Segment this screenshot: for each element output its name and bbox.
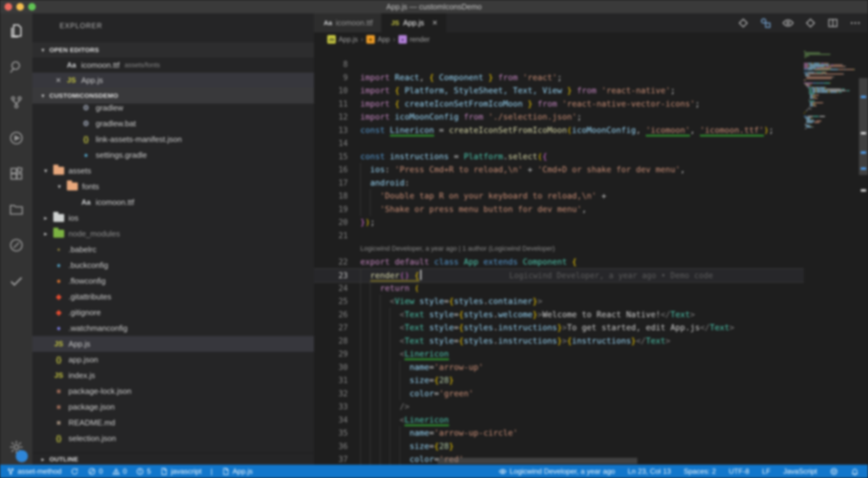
activity-source-control[interactable] bbox=[0, 87, 32, 118]
tree-item[interactable]: {}app.json bbox=[32, 352, 314, 368]
status-active-file[interactable]: App.js bbox=[222, 467, 253, 476]
code-line[interactable]: 24 return ( bbox=[314, 282, 804, 295]
tree-item[interactable]: ■package-lock.json bbox=[32, 383, 314, 399]
breadcrumb-item[interactable]: ◆App bbox=[366, 35, 390, 43]
status-language-status[interactable]: javascript bbox=[160, 467, 202, 476]
code-line[interactable]: 17 android: bbox=[314, 176, 804, 190]
code-line[interactable]: 10import { Platform, StyleSheet, Text, V… bbox=[314, 84, 804, 97]
more-actions-icon[interactable] bbox=[849, 17, 861, 29]
open-editor-item[interactable]: Aaicomoon.ttfassets/fonts bbox=[32, 58, 314, 73]
breadcrumb-item[interactable]: ●render bbox=[398, 35, 430, 43]
code-line[interactable]: 20}); bbox=[314, 216, 804, 229]
tree-item[interactable]: ▸ios bbox=[32, 210, 314, 226]
tree-item[interactable]: ▪.babelrc bbox=[32, 242, 314, 257]
open-changes-icon[interactable] bbox=[760, 17, 772, 29]
code-editor[interactable]: 89import React, { Component } from 'reac… bbox=[314, 46, 868, 465]
breadcrumb-item[interactable]: JSApp.js bbox=[327, 35, 358, 43]
activity-extensions[interactable] bbox=[0, 158, 32, 190]
tree-item[interactable]: ●settings.gradle bbox=[32, 147, 314, 163]
tree-item[interactable]: ▾assets bbox=[32, 163, 314, 179]
code-line[interactable]: 15const instructions = Platform.select({ bbox=[314, 150, 804, 163]
tree-item[interactable]: ▸node_modules bbox=[32, 226, 314, 242]
split-editor-icon[interactable] bbox=[827, 17, 839, 29]
code-line[interactable]: 11import { createIconSetFromIcoMoon } fr… bbox=[314, 97, 804, 110]
code-line[interactable]: 14 bbox=[314, 136, 804, 150]
activity-npm-explorer[interactable] bbox=[0, 229, 32, 261]
tree-item[interactable]: ⚙gradlew.bat bbox=[32, 116, 314, 131]
toggle-blame-icon[interactable] bbox=[782, 17, 794, 29]
code-line[interactable]: 32 color='green' bbox=[314, 387, 804, 400]
activity-search[interactable] bbox=[0, 51, 32, 82]
code-line[interactable]: 35 name='arrow-up-circle' bbox=[314, 426, 804, 440]
code-line[interactable]: 27 <Text style={styles.instructions}>To … bbox=[314, 321, 804, 334]
status-gitlens-blame[interactable]: Logicwind Developer, a year ago bbox=[499, 467, 615, 476]
code-line[interactable]: 28 <Text style={styles.instructions}>{in… bbox=[314, 334, 804, 348]
tree-item[interactable]: {}link-assets-manifest.json bbox=[32, 131, 314, 147]
activity-explorer[interactable] bbox=[0, 15, 32, 46]
code-line[interactable]: 18 'Double tap R on your keyboard to rel… bbox=[314, 189, 804, 202]
status-git-branch[interactable]: asset-method bbox=[7, 467, 61, 476]
status-language-mode[interactable]: JavaScript bbox=[783, 467, 817, 476]
status-sync[interactable] bbox=[70, 468, 79, 476]
close-icon[interactable]: ✕ bbox=[52, 76, 65, 85]
zoom-button[interactable] bbox=[28, 3, 36, 10]
close-icon[interactable]: ✕ bbox=[432, 19, 438, 27]
activity-project-manager[interactable] bbox=[0, 194, 32, 225]
gitlens-graph-icon[interactable] bbox=[804, 17, 816, 29]
close-button[interactable] bbox=[4, 3, 12, 10]
tab-icomoon-ttf[interactable]: Aaicomoon.ttf bbox=[314, 13, 381, 32]
status-notifications[interactable] bbox=[851, 468, 859, 476]
minimize-button[interactable] bbox=[17, 3, 24, 10]
tree-item[interactable]: JSindex.js bbox=[32, 368, 314, 383]
status-warnings[interactable]: 0 bbox=[112, 467, 127, 476]
tree-item[interactable]: ■package.json bbox=[32, 399, 314, 415]
tree-item[interactable]: ●.buckconfig bbox=[32, 257, 314, 273]
tab-app-js[interactable]: JSApp.js✕ bbox=[381, 13, 446, 32]
tree-item[interactable]: {}selection.json bbox=[32, 431, 314, 446]
gitlens-compare-icon[interactable] bbox=[737, 17, 749, 29]
activity-todo-tasks[interactable] bbox=[0, 265, 32, 297]
tree-item[interactable]: JSApp.js bbox=[32, 336, 314, 352]
open-editor-item[interactable]: ✕JSApp.js bbox=[32, 73, 314, 88]
tree-item[interactable]: ◆.gitattributes bbox=[32, 289, 314, 305]
tree-item[interactable]: ■README.md bbox=[32, 415, 314, 431]
code-line[interactable]: 25 <View style={styles.container}> bbox=[314, 294, 804, 308]
code-line[interactable]: 22export default class App extends Compo… bbox=[314, 255, 804, 268]
code-line[interactable]: 21 bbox=[314, 229, 804, 242]
status-indentation[interactable]: Spaces: 2 bbox=[684, 467, 716, 476]
status-cursor-position[interactable]: Ln 23, Col 13 bbox=[628, 467, 671, 476]
vertical-scrollbar-thumb[interactable] bbox=[859, 78, 868, 175]
code-line[interactable]: 16 ios: 'Press Cmd+R to reload,\n' + 'Cm… bbox=[314, 163, 804, 176]
activity-debug[interactable] bbox=[0, 122, 32, 154]
tree-item[interactable]: ▾fonts bbox=[32, 179, 314, 194]
open-editors-header[interactable]: ▾ OPEN EDITORS bbox=[32, 42, 314, 58]
status-errors[interactable]: 0 bbox=[88, 467, 103, 476]
code-line[interactable]: 19 'Shake or press menu button for dev m… bbox=[314, 202, 804, 216]
status-infos[interactable]: 5 bbox=[136, 467, 151, 476]
status-encoding[interactable]: UTF-8 bbox=[729, 467, 749, 476]
project-section-header[interactable]: ▾ CUSTOMICONSDEMO bbox=[32, 88, 314, 103]
editor-scrollbar[interactable] bbox=[859, 46, 868, 465]
code-line[interactable]: 31 size={28} bbox=[314, 374, 804, 387]
code-line[interactable]: 12import icoMoonConfig from './selection… bbox=[314, 110, 804, 124]
code-line[interactable]: 33 /> bbox=[314, 400, 804, 413]
minimap-line bbox=[810, 95, 812, 96]
status-eol[interactable]: LF bbox=[762, 467, 771, 476]
tree-item[interactable]: ●.watchmanconfig bbox=[32, 320, 314, 336]
code-line[interactable]: 36 size={28} bbox=[314, 440, 804, 453]
code-line[interactable]: 26 <Text style={styles.welcome}>Welcome … bbox=[314, 308, 804, 321]
code-line[interactable]: 30 name='arrow-up' bbox=[314, 360, 804, 374]
code-line[interactable]: 13const Linericon = createIconSetFromIco… bbox=[314, 124, 804, 137]
minimap[interactable] bbox=[804, 46, 859, 234]
code-line[interactable]: 29 <Linericon bbox=[314, 347, 804, 360]
tree-item[interactable]: ●.flowconfig bbox=[32, 273, 314, 289]
horizontal-scrollbar-thumb[interactable] bbox=[437, 458, 637, 464]
code-line[interactable]: 9import React, { Component } from 'react… bbox=[314, 71, 804, 84]
status-feedback[interactable] bbox=[830, 468, 838, 476]
outline-section-header[interactable]: ▸ OUTLINE bbox=[32, 453, 314, 465]
code-line[interactable]: 34 <Linericon bbox=[314, 413, 804, 426]
code-line[interactable]: 8 bbox=[314, 58, 804, 71]
tree-item[interactable]: ◆.gitignore bbox=[32, 305, 314, 320]
code-line[interactable]: 23 render() {Logicwind Developer, a year… bbox=[314, 268, 804, 283]
tree-item[interactable]: Aaicomoon.ttf bbox=[32, 194, 314, 210]
